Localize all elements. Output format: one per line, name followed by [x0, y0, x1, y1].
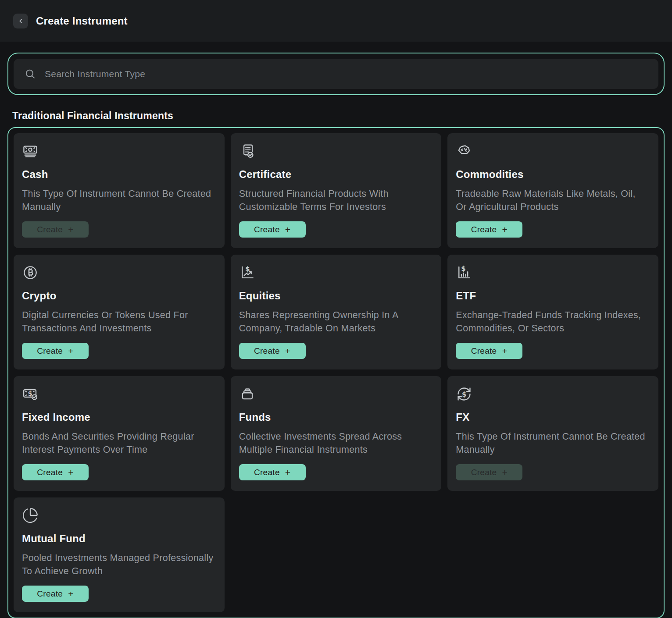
- plus-icon: +: [68, 225, 74, 234]
- create-button[interactable]: Create +: [22, 464, 89, 480]
- instrument-card-fx: $ FX This Type Of Instrument Cannot Be C…: [447, 376, 658, 491]
- certificate-icon: [239, 143, 432, 160]
- app-header: Create Instrument: [0, 0, 672, 42]
- create-button-label: Create: [471, 468, 497, 477]
- plus-icon: +: [68, 346, 74, 355]
- create-button-label: Create: [471, 225, 497, 234]
- card-title: FX: [456, 411, 649, 423]
- instrument-card-crypto: Crypto Digital Currencies Or Tokens Used…: [14, 255, 225, 369]
- mutual-fund-icon: [22, 507, 215, 524]
- search-container: [7, 53, 665, 95]
- card-title: Commodities: [456, 168, 649, 181]
- create-button-disabled: Create +: [456, 464, 522, 480]
- instrument-card-certificate: Certificate Structured Financial Product…: [231, 133, 442, 248]
- card-description: Collective Investments Spread Across Mul…: [239, 430, 432, 456]
- create-button[interactable]: Create +: [239, 343, 306, 359]
- card-title: ETF: [456, 290, 649, 302]
- card-description: Bonds And Securities Providing Regular I…: [22, 430, 215, 456]
- card-description: Digital Currencies Or Tokens Used For Tr…: [22, 309, 215, 335]
- plus-icon: +: [68, 468, 74, 477]
- create-button-label: Create: [37, 468, 63, 477]
- search-icon: [24, 68, 36, 80]
- create-button[interactable]: Create +: [239, 464, 306, 480]
- instrument-card-commodities: Commodities Tradeable Raw Materials Like…: [447, 133, 658, 248]
- crypto-icon: [22, 264, 215, 281]
- card-title: Equities: [239, 290, 432, 302]
- create-button[interactable]: Create +: [22, 586, 89, 602]
- create-button[interactable]: Create +: [22, 343, 89, 359]
- create-button-disabled: Create +: [22, 221, 89, 238]
- card-title: Certificate: [239, 168, 432, 181]
- card-title: Fixed Income: [22, 411, 215, 423]
- create-button-label: Create: [254, 346, 280, 356]
- instrument-grid: Cash This Type Of Instrument Cannot Be C…: [14, 133, 658, 612]
- page-title: Create Instrument: [36, 15, 128, 27]
- card-description: This Type Of Instrument Cannot Be Create…: [22, 187, 215, 213]
- search-input[interactable]: [45, 69, 648, 79]
- etf-icon: $: [456, 264, 649, 281]
- equities-icon: $: [239, 264, 432, 281]
- search-field[interactable]: [14, 59, 658, 89]
- instrument-card-fixed-income: $ Fixed Income Bonds And Securities Prov…: [14, 376, 225, 491]
- card-description: Tradeable Raw Materials Like Metals, Oil…: [456, 187, 649, 213]
- plus-icon: +: [68, 589, 74, 598]
- section-title: Traditional Financial Instruments: [12, 110, 672, 122]
- create-button-label: Create: [37, 346, 63, 356]
- plus-icon: +: [502, 346, 508, 355]
- instrument-card-etf: $ ETF Exchange-Traded Funds Tracking Ind…: [447, 255, 658, 369]
- card-description: Pooled Investments Managed Professionall…: [22, 551, 215, 578]
- plus-icon: +: [502, 225, 508, 234]
- instrument-grid-container: Cash This Type Of Instrument Cannot Be C…: [7, 127, 665, 618]
- fixed-income-icon: $: [22, 386, 215, 402]
- card-title: Crypto: [22, 290, 215, 302]
- instrument-card-cash: Cash This Type Of Instrument Cannot Be C…: [14, 133, 225, 248]
- instrument-card-equities: $ Equities Shares Representing Ownership…: [231, 255, 442, 369]
- create-button[interactable]: Create +: [456, 221, 522, 238]
- create-button[interactable]: Create +: [239, 221, 306, 238]
- plus-icon: +: [502, 468, 508, 477]
- svg-text:$: $: [461, 265, 466, 273]
- create-button-label: Create: [37, 589, 63, 599]
- plus-icon: +: [285, 346, 291, 355]
- back-button[interactable]: [13, 14, 28, 28]
- instrument-card-funds: Funds Collective Investments Spread Acro…: [231, 376, 442, 491]
- create-button-label: Create: [254, 468, 280, 477]
- card-title: Cash: [22, 168, 215, 181]
- cash-icon: [22, 143, 215, 160]
- card-description: Shares Representing Ownership In A Compa…: [239, 309, 432, 335]
- plus-icon: +: [285, 225, 291, 234]
- svg-text:$: $: [462, 391, 466, 398]
- card-title: Funds: [239, 411, 432, 423]
- fx-icon: $: [456, 386, 649, 402]
- create-button[interactable]: Create +: [456, 343, 522, 359]
- commodities-icon: [456, 143, 649, 160]
- card-title: Mutual Fund: [22, 533, 215, 545]
- funds-icon: [239, 386, 432, 402]
- plus-icon: +: [285, 468, 291, 477]
- instrument-card-mutual-fund: Mutual Fund Pooled Investments Managed P…: [14, 497, 225, 612]
- create-button-label: Create: [471, 346, 497, 356]
- card-description: This Type Of Instrument Cannot Be Create…: [456, 430, 649, 456]
- card-description: Exchange-Traded Funds Tracking Indexes, …: [456, 309, 649, 335]
- chevron-left-icon: [16, 17, 25, 25]
- card-description: Structured Financial Products With Custo…: [239, 187, 432, 213]
- create-button-label: Create: [37, 225, 63, 234]
- create-button-label: Create: [254, 225, 280, 234]
